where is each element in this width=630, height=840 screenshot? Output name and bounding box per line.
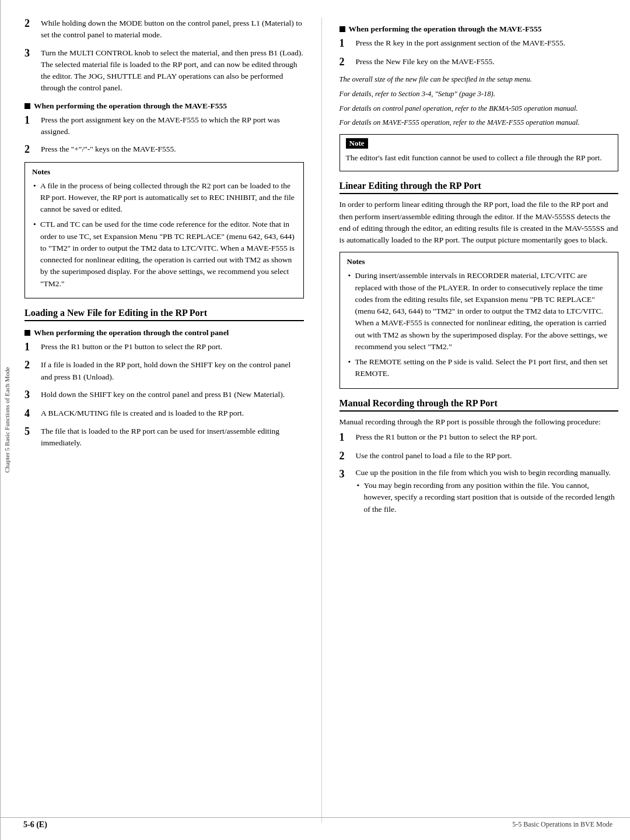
- sub1-step-2: 2 Press the "+"/"-" keys on the MAVE-F55…: [24, 143, 304, 156]
- loading-step-num-2: 2: [24, 359, 41, 372]
- notes-list-2: During insert/assemble intervals in RECO…: [347, 270, 611, 379]
- italic-note-1: For details, refer to Section 3-4, "Setu…: [340, 89, 619, 100]
- notes-box-1: Notes A file in the process of being col…: [24, 162, 304, 298]
- mave-step-2: 2 Press the New File key on the MAVE-F55…: [340, 56, 619, 69]
- note2-item-0: During insert/assemble intervals in RECO…: [347, 270, 611, 353]
- sub1-step-num-2: 2: [24, 143, 41, 156]
- manual-step-2: 2 Use the control panel to load a file t…: [340, 450, 619, 463]
- manual-step-text-2: Use the control panel to load a file to …: [356, 450, 619, 462]
- sub1-step-num-1: 1: [24, 114, 41, 127]
- loading-step-text-3: Hold down the SHIFT key on the control p…: [41, 389, 304, 400]
- manual-step-num-3: 3: [340, 468, 356, 481]
- mave-step-text-1: Press the R key in the port assignment s…: [356, 37, 619, 49]
- black-square-icon: [24, 103, 30, 109]
- sub1-step-text-2: Press the "+"/"-" keys on the MAVE-F555.: [41, 143, 304, 155]
- notes-title-1: Notes: [32, 167, 296, 177]
- loading-step-num-3: 3: [24, 389, 41, 402]
- subsection-mave-title: When performing the operation through th…: [340, 24, 619, 34]
- italic-notes: The overall size of the new file can be …: [340, 74, 619, 128]
- section-loading-title: Loading a New File for Editing in the RP…: [24, 308, 304, 321]
- notes-title-2: Notes: [347, 257, 611, 266]
- manual-step-3: 3 Cue up the position in the file from w…: [340, 468, 619, 519]
- loading-step-num-4: 4: [24, 407, 41, 420]
- note-item-1: A file in the process of being collected…: [32, 180, 296, 216]
- mave-step-num-2: 2: [340, 56, 356, 69]
- note2-item-1: The REMOTE setting on the P side is vali…: [347, 356, 611, 380]
- manual-intro: Manual recording through the RP port is …: [340, 416, 619, 428]
- loading-step-text-5: The file that is loaded to the RP port c…: [41, 426, 304, 449]
- notes-list-1: A file in the process of being collected…: [32, 180, 296, 290]
- step-text-2: While holding down the MODE button on th…: [41, 17, 304, 41]
- note-item-2: CTL and TC can be used for the time code…: [32, 219, 296, 290]
- step-text-3: Turn the MULTI CONTROL knob to select th…: [41, 47, 304, 94]
- loading-step-1: 1 Press the R1 button or the P1 button t…: [24, 341, 304, 354]
- loading-step-3: 3 Hold down the SHIFT key on the control…: [24, 389, 304, 402]
- loading-step-4: 4 A BLACK/MUTING file is created and is …: [24, 407, 304, 420]
- note-box-1: Note The editor's fast edit function can…: [340, 134, 619, 171]
- black-square-icon-2: [24, 330, 30, 336]
- manual-step-bullet: You may begin recording from any positio…: [356, 480, 619, 515]
- black-square-icon-3: [340, 26, 345, 32]
- note-text-1: The editor's fast edit function cannot b…: [346, 152, 612, 164]
- section-manual-title: Manual Recording through the RP Port: [340, 398, 619, 412]
- step-num-2: 2: [24, 17, 41, 30]
- sub1-step-text-1: Press the port assignment key on the MAV…: [41, 114, 304, 138]
- loading-step-text-2: If a file is loaded in the RP port, hold…: [41, 359, 304, 383]
- italic-note-0: The overall size of the new file can be …: [340, 74, 619, 85]
- loading-step-num-5: 5: [24, 426, 41, 438]
- chapter-label: Chapter 5 Basic Functions of Each Mode: [0, 0, 13, 840]
- linear-text: In order to perform linear editing throu…: [340, 199, 619, 246]
- step-3: 3 Turn the MULTI CONTROL knob to select …: [24, 47, 304, 94]
- loading-step-text-1: Press the R1 button or the P1 button to …: [41, 341, 304, 353]
- italic-note-2: For details on control panel operation, …: [340, 103, 619, 114]
- chapter-text: 5-5 Basic Operations in BVE Mode: [512, 820, 612, 830]
- page-number: 5-6 (E): [23, 820, 47, 830]
- mave-step-1: 1 Press the R key in the port assignment…: [340, 37, 619, 50]
- loading-step-num-1: 1: [24, 341, 41, 354]
- manual-step-text-3: Cue up the position in the file from whi…: [356, 468, 619, 477]
- section-linear-title: Linear Editing through the RP Port: [340, 181, 619, 194]
- sub1-step-1: 1 Press the port assignment key on the M…: [24, 114, 304, 138]
- right-column: When performing the operation through th…: [322, 17, 619, 823]
- loading-step-5: 5 The file that is loaded to the RP port…: [24, 426, 304, 449]
- subsection1-title: When performing the operation through th…: [24, 101, 304, 111]
- left-column: 2 While holding down the MODE button on …: [24, 17, 322, 823]
- notes-box-2: Notes During insert/assemble intervals i…: [340, 252, 619, 388]
- manual-step-num-1: 1: [340, 431, 356, 444]
- loading-step-text-4: A BLACK/MUTING file is created and is lo…: [41, 407, 304, 419]
- manual-step-text-1: Press the R1 button or the P1 button to …: [356, 431, 619, 443]
- manual-step-text-3-container: Cue up the position in the file from whi…: [356, 468, 619, 519]
- step-num-3: 3: [24, 47, 41, 60]
- manual-step-num-2: 2: [340, 450, 356, 463]
- manual-step-1: 1 Press the R1 button or the P1 button t…: [340, 431, 619, 444]
- loading-step-2: 2 If a file is loaded in the RP port, ho…: [24, 359, 304, 383]
- mave-step-text-2: Press the New File key on the MAVE-F555.: [356, 56, 619, 68]
- italic-note-3: For details on MAVE-F555 operation, refe…: [340, 117, 619, 128]
- subsection-control-panel-title: When performing the operation through th…: [24, 328, 304, 338]
- page-footer: 5-6 (E) 5-5 Basic Operations in BVE Mode: [0, 817, 630, 830]
- manual-step-bullet-item: You may begin recording from any positio…: [356, 480, 619, 515]
- step-2: 2 While holding down the MODE button on …: [24, 17, 304, 41]
- note-title-1: Note: [346, 138, 368, 149]
- mave-step-num-1: 1: [340, 37, 356, 50]
